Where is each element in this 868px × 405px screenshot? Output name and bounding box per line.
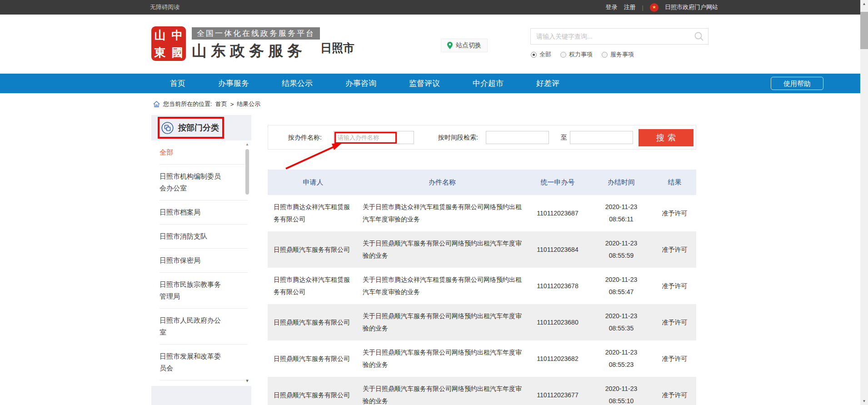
site-header: 山中 東國 全国一体化在线政务服务平台 山东政务服务 日照市 站点切换 [0,15,868,74]
platform-banner: 全国一体化在线政务服务平台 [192,27,320,40]
department-category-icon [161,122,174,134]
sidebar-scrollbar-thumb[interactable] [245,149,249,195]
table-row: 日照鼎顺汽车服务有限公司 关于日照鼎顺汽车服务有限公司网络预约出租汽车年度审验的… [268,377,696,405]
department-list: 全部 日照市机构编制委员会办公室 日照市档案局 日照市消防支队 日照市保密局 日… [151,140,251,386]
shandong-seal-logo: 山中 東國 [151,26,186,61]
gov-portal-link[interactable]: 日照市政府门户网站 [665,3,718,11]
city-name: 日照市 [320,40,354,55]
cell-case-name: 关于日照鼎顺汽车服务有限公司网络预约出租汽车年度审验的业务 [359,231,526,268]
nav-item-services[interactable]: 办事服务 [205,74,262,93]
national-emblem-icon: ★ [650,3,658,12]
sidebar-item[interactable]: 日照市机构编制委员会办公室 [160,164,248,200]
accessibility-link[interactable]: 无障碍阅读 [150,3,180,11]
sidebar-item[interactable]: 日照市人民政府办公室 [160,308,248,344]
breadcrumb-separator: > [230,101,234,108]
cell-number: 110112023682 [526,340,589,377]
platform-title: 山东政务服务 [192,41,320,61]
nav-item-supervision[interactable]: 监督评议 [396,74,453,93]
sidebar-item[interactable]: 日照市档案局 [160,200,248,224]
breadcrumb: 您当前所在的位置: 首页 > 结果公示 [153,93,868,115]
keyword-search-input[interactable] [531,33,694,40]
radio-power-label: 权力事项 [569,50,593,59]
cell-result: 准予许可 [653,377,696,405]
date-to-input[interactable] [570,131,633,144]
cell-finish-time: 2020-11-2308:55:59 [589,231,653,268]
cell-applicant: 日照市腾达众祥汽车租赁服务有限公司 [268,195,359,231]
platform-logo-text: 全国一体化在线政务服务平台 山东政务服务 [192,27,320,61]
table-row: 日照市腾达众祥汽车租赁服务有限公司 关于日照市腾达众祥汽车租赁服务有限公司网络预… [268,268,696,304]
keyword-search-box [530,28,708,45]
cell-number: 110112023687 [526,195,589,231]
cell-case-name: 关于日照鼎顺汽车服务有限公司网络预约出租汽车年度审验的业务 [359,377,526,405]
search-icon[interactable] [694,31,704,41]
breadcrumb-current: 结果公示 [237,100,260,108]
results-table: 申请人 办件名称 统一申办号 办结时间 结果 日照市腾达众祥汽车租赁服务有限公司… [268,170,696,405]
sidebar-item-all[interactable]: 全部 [160,140,248,164]
nav-item-results[interactable]: 结果公示 [269,74,326,93]
register-link[interactable]: 注册 [624,3,636,11]
site-switch-button[interactable]: 站点切换 [441,39,488,52]
cell-finish-time: 2020-11-2308:55:35 [589,304,653,340]
nav-item-rating[interactable]: 好差评 [523,74,573,93]
sidebar-item[interactable]: 日照市教育局 [160,380,248,386]
radio-service-label: 服务事项 [610,50,634,59]
radio-service-dot[interactable] [602,52,608,58]
cell-result: 准予许可 [653,340,696,377]
date-from-input[interactable] [486,131,549,144]
cell-result: 准予许可 [653,195,696,231]
scrollbar-up-icon[interactable]: ▲ [860,0,868,8]
table-row: 日照鼎顺汽车服务有限公司 关于日照鼎顺汽车服务有限公司网络预约出租汽车年度审验的… [268,231,696,268]
cell-result: 准予许可 [653,268,696,304]
cell-number: 110112023684 [526,231,589,268]
nav-item-intermediary[interactable]: 中介超市 [459,74,517,93]
case-name-input[interactable] [334,131,414,144]
scrollbar-down-icon[interactable]: ▼ [860,397,868,405]
sidebar-scrollbar[interactable]: ▲ ▾ [244,142,250,384]
login-link[interactable]: 登录 [606,3,618,11]
nav-item-consult[interactable]: 办事咨询 [332,74,389,93]
table-row: 日照鼎顺汽车服务有限公司 关于日照鼎顺汽车服务有限公司网络预约出租汽车年度审验的… [268,304,696,340]
search-scope-radios: 全部 权力事项 服务事项 [531,50,634,59]
breadcrumb-home[interactable]: 首页 [215,100,227,108]
radio-power-dot[interactable] [560,52,566,58]
scroll-down-icon[interactable]: ▾ [244,378,250,384]
department-sidebar: 按部门分类 全部 日照市机构编制委员会办公室 日照市档案局 日照市消防支队 日照… [151,115,251,405]
breadcrumb-prefix: 您当前所在的位置: [163,100,212,108]
content-area: 按部门分类 全部 日照市机构编制委员会办公室 日照市档案局 日照市消防支队 日照… [151,115,868,405]
cell-finish-time: 2020-11-2308:56:11 [589,195,653,231]
radio-all-dot[interactable] [531,52,537,58]
table-row: 日照市腾达众祥汽车租赁服务有限公司 关于日照市腾达众祥汽车租赁服务有限公司网络预… [268,195,696,231]
radio-all-label: 全部 [539,50,551,59]
filter-time-label: 按时间段检索: [438,134,478,142]
cell-number: 110112023677 [526,377,589,405]
help-button[interactable]: 使用帮助 [771,77,823,90]
top-utility-bar: 无障碍阅读 登录 注册 | ★ 日照市政府门户网站 [0,0,868,15]
nav-item-home[interactable]: 首页 [157,74,199,93]
col-applicant: 申请人 [268,170,359,195]
site-switch-label: 站点切换 [456,41,481,50]
cell-applicant: 日照鼎顺汽车服务有限公司 [268,377,359,405]
results-main: 按办件名称: 按时间段检索: 至 搜索 申请人 办件名称 统一申办号 办结时间 … [268,115,696,405]
sidebar-item[interactable]: 日照市民族宗教事务管理局 [160,272,248,308]
sidebar-header: 按部门分类 [151,115,251,140]
col-result: 结果 [653,170,696,195]
col-number: 统一申办号 [526,170,589,195]
filter-bar: 按办件名称: 按时间段检索: 至 搜索 [268,125,696,150]
cell-applicant: 日照鼎顺汽车服务有限公司 [268,340,359,377]
page-scrollbar[interactable]: ▲ ▼ [860,0,868,405]
sidebar-item[interactable]: 日照市保密局 [160,248,248,272]
topbar-divider: | [642,4,644,11]
col-case-name: 办件名称 [359,170,526,195]
cell-result: 准予许可 [653,304,696,340]
cell-applicant: 日照市腾达众祥汽车租赁服务有限公司 [268,268,359,304]
sidebar-item[interactable]: 日照市消防支队 [160,224,248,248]
cell-finish-time: 2020-11-2308:55:47 [589,268,653,304]
page-scrollbar-thumb[interactable] [860,12,868,49]
search-button[interactable]: 搜索 [639,129,693,146]
scroll-up-icon[interactable]: ▲ [244,142,250,147]
radio-power-items[interactable]: 权力事项 [560,50,593,59]
radio-all[interactable]: 全部 [531,50,551,59]
sidebar-item[interactable]: 日照市发展和改革委员会 [160,344,248,380]
radio-service-items[interactable]: 服务事项 [602,50,634,59]
location-pin-icon [447,42,453,49]
